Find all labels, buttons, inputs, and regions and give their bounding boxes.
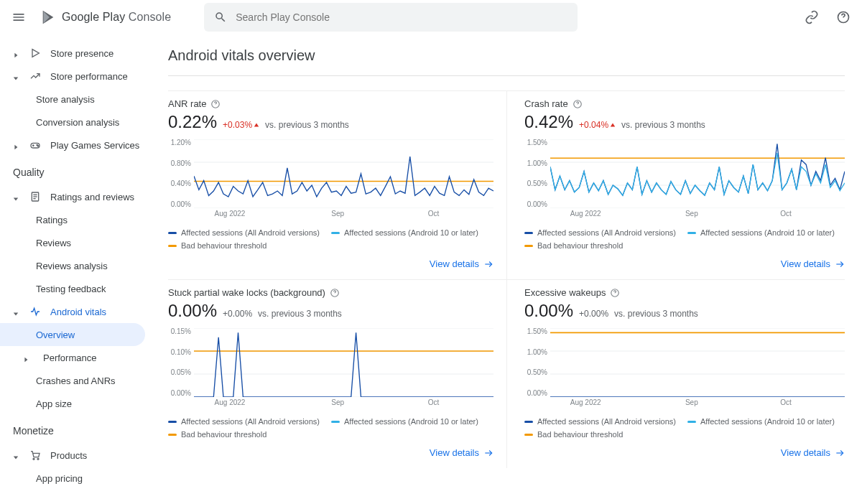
x-axis-labels: Aug 2022SepOct — [194, 210, 493, 220]
sidebar-item[interactable]: Play Games Services — [0, 134, 151, 157]
svg-marker-17 — [14, 312, 18, 315]
legend-label: Bad behaviour threshold — [537, 430, 623, 439]
menu-button[interactable] — [10, 9, 27, 26]
y-axis-labels: 1.20%0.80%0.40%0.00% — [168, 139, 191, 208]
legend-color — [168, 232, 177, 234]
sidebar-item-label: Reviews — [36, 238, 71, 248]
chevron-icon — [13, 193, 20, 200]
legend-color — [524, 421, 533, 423]
svg-marker-3 — [14, 53, 17, 57]
link-icon[interactable] — [803, 9, 820, 26]
help-icon[interactable] — [330, 288, 340, 298]
sidebar-item[interactable]: App size — [0, 392, 151, 415]
legend-color — [168, 245, 177, 247]
sidebar-item-label: Testing feedback — [36, 284, 106, 294]
sidebar-item[interactable]: Overview — [0, 323, 145, 346]
help-icon[interactable] — [210, 99, 221, 109]
legend-label: Affected sessions (Android 10 or later) — [700, 417, 835, 426]
sidebar-item-label: Ratings — [36, 215, 68, 225]
legend-item: Affected sessions (Android 10 or later) — [687, 228, 835, 237]
chart-legend: Affected sessions (All Android versions)… — [524, 228, 845, 250]
legend-label: Affected sessions (All Android versions) — [181, 417, 320, 426]
play-console-logo: Google Play Console — [40, 9, 171, 25]
chart-legend: Affected sessions (All Android versions)… — [168, 228, 493, 250]
legend-item: Affected sessions (All Android versions) — [524, 228, 676, 237]
chevron-icon — [13, 308, 20, 315]
legend-color — [524, 232, 533, 234]
legend-item: Bad behaviour threshold — [524, 241, 623, 250]
legend-item: Affected sessions (All Android versions) — [524, 417, 676, 426]
sidebar-item[interactable]: Crashes and ANRs — [0, 369, 151, 392]
svg-marker-19 — [14, 456, 18, 459]
svg-marker-18 — [24, 358, 27, 362]
legend-label: Affected sessions (All Android versions) — [181, 228, 320, 237]
legend-label: Bad behaviour threshold — [181, 430, 267, 439]
svg-marker-4 — [32, 50, 39, 57]
legend-label: Affected sessions (Android 10 or later) — [700, 228, 835, 237]
sidebar-item[interactable]: Testing feedback — [0, 277, 151, 300]
chevron-icon — [13, 50, 20, 57]
main-content: Android vitals overview ANR rate0.22%+0.… — [151, 0, 862, 504]
sidebar-item[interactable]: Ratings — [0, 208, 151, 231]
search-input[interactable] — [234, 11, 567, 24]
view-details-link[interactable]: View details — [781, 447, 845, 458]
metric-card: Excessive wakeups0.00%+0.00% vs. previou… — [506, 279, 845, 468]
sidebar-item-label: App pricing — [36, 473, 83, 484]
sidebar-item[interactable]: Store analysis — [0, 88, 151, 111]
sidebar-item-icon — [29, 47, 42, 60]
metric-title: Crash rate — [524, 98, 568, 109]
help-icon[interactable] — [610, 288, 620, 298]
sidebar-item[interactable]: Ratings and reviews — [0, 185, 151, 208]
metric-comparison: vs. previous 3 months — [614, 309, 698, 319]
sidebar-item-icon — [29, 70, 42, 83]
svg-point-11 — [37, 146, 38, 146]
sidebar: Store presenceStore performanceStore ana… — [0, 0, 151, 504]
sidebar-item-label: Store performance — [50, 71, 128, 82]
brand-text: Google Play Console — [62, 11, 171, 24]
metric-value: 0.00% — [524, 301, 573, 321]
sidebar-item[interactable]: Reviews — [0, 231, 151, 254]
help-icon[interactable] — [835, 9, 852, 26]
sidebar-item[interactable]: Store performance — [0, 65, 151, 88]
sidebar-item[interactable]: App pricing — [0, 467, 151, 490]
view-details-link[interactable]: View details — [430, 447, 493, 458]
sidebar-item[interactable]: Android vitals — [0, 300, 151, 323]
chart-plot — [194, 139, 493, 208]
legend-color — [687, 232, 696, 234]
legend-item: Affected sessions (Android 10 or later) — [687, 417, 835, 426]
view-details-link[interactable]: View details — [430, 258, 493, 269]
view-details-link[interactable]: View details — [781, 258, 845, 269]
sidebar-item-label: Crashes and ANRs — [36, 375, 116, 386]
metric-comparison: vs. previous 3 months — [621, 120, 705, 130]
sidebar-item-label: App size — [36, 398, 72, 409]
help-icon[interactable] — [573, 99, 583, 109]
sidebar-item[interactable]: Reviews analysis — [0, 254, 151, 277]
chevron-icon — [13, 452, 20, 459]
chevron-icon — [13, 141, 20, 149]
sidebar-item-icon — [29, 139, 42, 151]
metric-value: 0.00% — [168, 301, 217, 321]
sidebar-item-label: Play Games Services — [50, 140, 139, 151]
sidebar-item[interactable]: Store presence — [0, 42, 151, 65]
sidebar-item[interactable]: Performance — [0, 346, 151, 369]
sidebar-item[interactable]: Conversion analysis — [0, 111, 151, 134]
legend-label: Affected sessions (Android 10 or later) — [344, 228, 478, 237]
metric-delta: +0.04% — [579, 120, 616, 130]
svg-marker-31 — [611, 123, 615, 127]
metric-comparison: vs. previous 3 months — [265, 120, 349, 130]
x-axis-labels: Aug 2022SepOct — [550, 398, 845, 409]
y-axis-labels: 0.15%0.10%0.05%0.00% — [168, 328, 191, 397]
svg-point-21 — [37, 458, 39, 459]
sidebar-item[interactable]: Products — [0, 444, 151, 467]
chevron-icon — [23, 354, 30, 361]
chart-plot — [550, 139, 845, 208]
svg-marker-5 — [14, 77, 18, 80]
legend-color — [524, 245, 533, 247]
chart-area: 1.50%1.00%0.50%0.00%Aug 2022SepOct — [524, 328, 845, 407]
metric-card: ANR rate0.22%+0.03% vs. previous 3 month… — [168, 90, 506, 279]
legend-color — [168, 421, 177, 423]
sidebar-item-label: Ratings and reviews — [50, 192, 134, 202]
svg-marker-12 — [14, 197, 18, 200]
sidebar-item-label: Android vitals — [50, 307, 106, 317]
search-bar[interactable] — [204, 3, 578, 32]
